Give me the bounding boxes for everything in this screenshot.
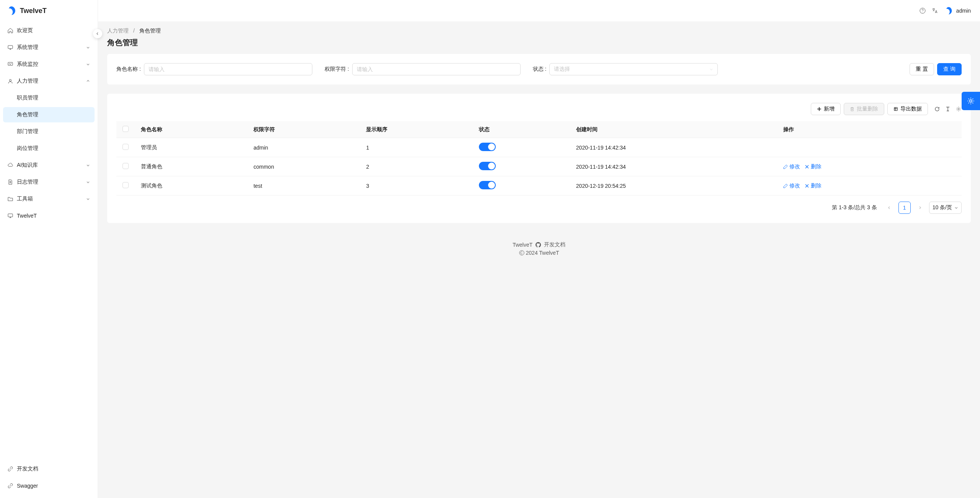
delete-link[interactable]: 删除: [805, 182, 822, 189]
role-name-input[interactable]: [144, 63, 312, 75]
logo-icon: [6, 5, 17, 16]
select-all-checkbox[interactable]: [122, 126, 129, 132]
density-icon[interactable]: [945, 106, 951, 112]
status-switch[interactable]: [479, 143, 496, 151]
close-icon: [805, 164, 809, 169]
desktop-icon: [8, 213, 13, 218]
delete-link[interactable]: 删除: [805, 163, 822, 170]
header: admin: [98, 0, 980, 21]
page-title: 角色管理: [107, 37, 971, 48]
role-name-label: 角色名称 :: [116, 66, 141, 73]
reload-icon[interactable]: [934, 106, 940, 112]
link-icon: [8, 466, 13, 472]
export-icon: [893, 107, 898, 111]
svg-point-5: [958, 108, 959, 110]
breadcrumb-current: 角色管理: [139, 28, 161, 34]
sidebar-item-log[interactable]: 日志管理: [3, 174, 95, 190]
sidebar-item-post[interactable]: 岗位管理: [3, 141, 95, 156]
sidebar-item-dept[interactable]: 部门管理: [3, 124, 95, 139]
footer-brand[interactable]: TwelveT: [513, 242, 532, 248]
sidebar-collapse-button[interactable]: [93, 29, 102, 38]
row-checkbox[interactable]: [122, 163, 129, 169]
status-select[interactable]: 请选择: [549, 63, 718, 75]
chevron-down-icon: [86, 163, 90, 167]
add-button[interactable]: 新增: [811, 103, 841, 115]
footer-copyright: 2024 TwelveT: [526, 250, 559, 256]
cell-create-time: 2020-12-19 20:54:25: [570, 176, 777, 195]
role-table: 角色名称 权限字符 显示顺序 状态 创建时间 操作 管理员 admin 1 20…: [116, 121, 962, 195]
sidebar-bottom: 开发文档 Swagger: [0, 460, 98, 498]
sidebar-item-label: Swagger: [17, 483, 38, 489]
pagination: 第 1-3 条/总共 3 条 1 10 条/页: [116, 202, 962, 214]
sidebar-item-docs[interactable]: 开发文档: [3, 461, 95, 477]
avatar-icon: [944, 6, 953, 15]
sidebar-item-tools[interactable]: 工具箱: [3, 191, 95, 207]
user-menu[interactable]: admin: [944, 6, 971, 15]
chevron-down-icon: [86, 197, 90, 201]
sidebar-item-welcome[interactable]: 欢迎页: [3, 23, 95, 38]
cell-create-time: 2020-11-19 14:42:34: [570, 157, 777, 176]
sidebar-item-hr[interactable]: 人力管理: [3, 73, 95, 89]
export-button[interactable]: 导出数据: [887, 103, 928, 115]
pagination-prev[interactable]: [883, 202, 895, 214]
sidebar-item-label: 日志管理: [17, 179, 38, 186]
cloud-icon: [8, 163, 13, 168]
row-checkbox[interactable]: [122, 144, 129, 150]
translate-icon[interactable]: [932, 8, 938, 14]
cell-actions: 修改删除: [777, 176, 962, 195]
sidebar-item-label: 部门管理: [17, 128, 38, 135]
sidebar-item-system[interactable]: 系统管理: [3, 40, 95, 55]
query-button[interactable]: 查 询: [937, 63, 962, 75]
cell-role-key: admin: [247, 138, 360, 157]
col-create-time: 创建时间: [570, 121, 777, 138]
svg-point-2: [10, 80, 11, 81]
svg-point-6: [519, 251, 524, 255]
sidebar-item-ai[interactable]: AI知识库: [3, 158, 95, 173]
sidebar-item-label: AI知识库: [17, 162, 38, 169]
pagination-page-1[interactable]: 1: [898, 202, 911, 214]
settings-icon[interactable]: [956, 106, 962, 112]
status-switch[interactable]: [479, 181, 496, 189]
pagination-total: 第 1-3 条/总共 3 条: [832, 204, 877, 211]
sidebar-item-swagger[interactable]: Swagger: [3, 478, 95, 493]
link-icon: [8, 483, 13, 488]
table-row: 管理员 admin 1 2020-11-19 14:42:34: [116, 138, 962, 157]
sidebar-item-label: 人力管理: [17, 78, 38, 85]
cell-actions: 修改删除: [777, 157, 962, 176]
edit-icon: [783, 164, 788, 169]
sidebar-item-label: 欢迎页: [17, 27, 33, 34]
chevron-up-icon: [86, 79, 90, 83]
github-icon[interactable]: [536, 242, 541, 247]
chevron-down-icon: [709, 67, 713, 71]
pagination-page-size[interactable]: 10 条/页: [929, 202, 962, 214]
col-role-name: 角色名称: [135, 121, 247, 138]
file-icon: [8, 179, 13, 185]
breadcrumb-parent[interactable]: 人力管理: [107, 28, 129, 34]
monitor-icon: [8, 62, 13, 67]
sidebar-item-staff[interactable]: 职员管理: [3, 90, 95, 106]
reset-button[interactable]: 重 置: [910, 63, 934, 75]
plus-icon: [817, 107, 822, 111]
svg-rect-0: [8, 46, 13, 49]
theme-settings-button[interactable]: [962, 92, 980, 110]
sidebar-item-monitor[interactable]: 系统监控: [3, 57, 95, 72]
row-checkbox[interactable]: [122, 182, 129, 188]
sidebar-item-twelvet[interactable]: TwelveT: [3, 208, 95, 223]
user-icon: [8, 78, 13, 84]
logo[interactable]: TwelveT: [0, 0, 98, 21]
footer-docs[interactable]: 开发文档: [544, 241, 565, 248]
role-key-input[interactable]: [352, 63, 521, 75]
edit-link[interactable]: 修改: [783, 163, 800, 170]
cell-role-name: 测试角色: [135, 176, 247, 195]
breadcrumb-separator: /: [133, 28, 135, 34]
status-switch[interactable]: [479, 162, 496, 170]
col-action: 操作: [777, 121, 962, 138]
cell-create-time: 2020-11-19 14:42:34: [570, 138, 777, 157]
pagination-next[interactable]: [914, 202, 926, 214]
sidebar-item-label: 开发文档: [17, 465, 38, 472]
edit-link[interactable]: 修改: [783, 182, 800, 189]
user-name: admin: [956, 8, 971, 14]
help-icon[interactable]: [920, 8, 926, 14]
table-card: 新增 批量删除 导出数据: [107, 94, 971, 223]
sidebar-item-role[interactable]: 角色管理: [3, 107, 95, 122]
